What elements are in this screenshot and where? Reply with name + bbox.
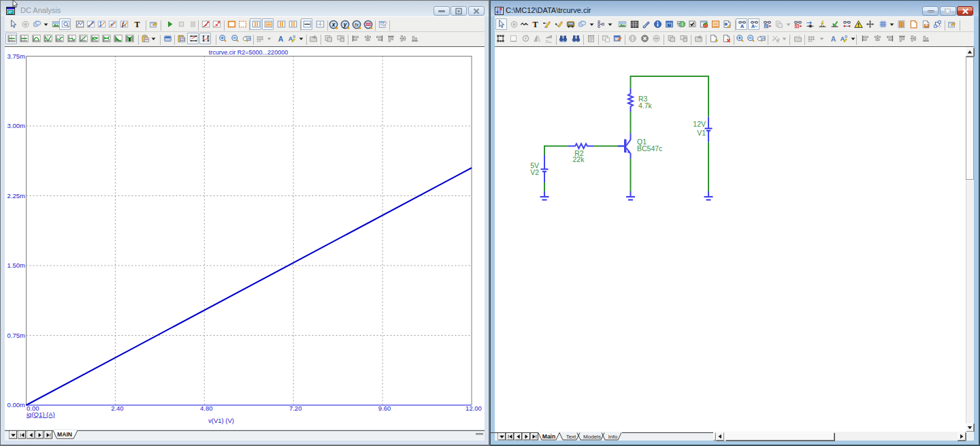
svg-text:Text: Text — [566, 434, 576, 440]
svg-text:Main: Main — [542, 433, 555, 440]
svg-text:Info: Info — [608, 434, 618, 440]
svg-text:MAIN: MAIN — [57, 431, 72, 438]
svg-text:Models: Models — [583, 434, 601, 440]
